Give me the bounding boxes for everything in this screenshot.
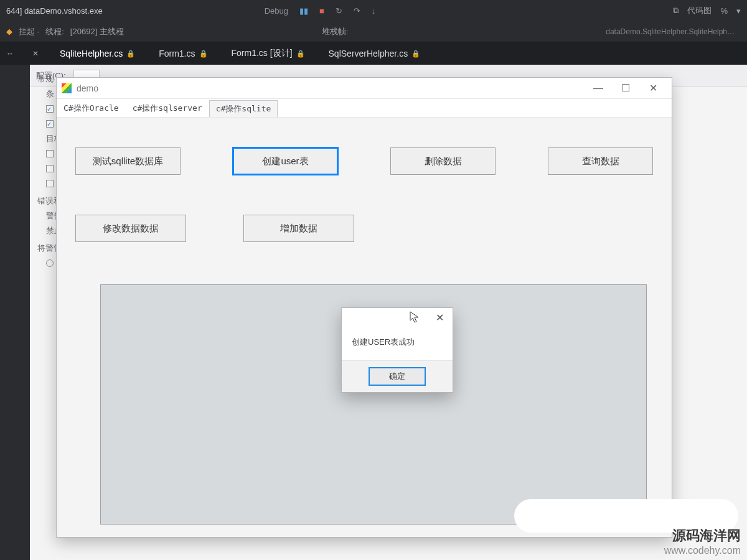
app-icon <box>62 83 72 93</box>
demo-tabs: C#操作Oracle c#操作sqlserver c#操作sqlite <box>57 99 672 118</box>
percent-icon[interactable]: % <box>720 6 728 16</box>
checkbox-icon[interactable] <box>46 180 54 187</box>
process-title: 644] dataDemo.vshost.exe <box>6 6 103 16</box>
tab-label: c#操作sqlite <box>216 104 271 113</box>
checkbox-icon[interactable] <box>46 150 54 157</box>
update-data-button[interactable]: 修改数据数据 <box>75 215 186 242</box>
tab-form1-design[interactable]: Form1.cs [设计] 🔒 <box>229 44 308 63</box>
demo-window-title: demo <box>77 83 98 93</box>
message-box-titlebar[interactable]: ✕ <box>342 308 453 327</box>
tab-sqlserver[interactable]: c#操作sqlserver <box>126 100 209 116</box>
document-tabs: ↔ ✕ SqliteHelpher.cs 🔒 Form1.cs 🔒 Form1.… <box>0 42 747 65</box>
watermark-line1: 源码海洋网 <box>664 526 741 545</box>
checkbox-icon[interactable] <box>46 165 54 172</box>
code-map-icon[interactable]: ⧉ <box>673 6 679 16</box>
watermark-line2: www.codehy.com <box>664 545 741 556</box>
query-data-button[interactable]: 查询数据 <box>548 147 653 175</box>
tab-form1[interactable]: Form1.cs 🔒 <box>156 45 210 62</box>
thread-label: 线程: <box>45 26 64 37</box>
message-box: ✕ 创建USER表成功 确定 <box>341 307 453 393</box>
debug-pause-icon[interactable]: ▮▮ <box>299 6 308 16</box>
vs-toolbar-secondary: ◆ 挂起 · 线程: [20692] 主线程 堆栈帧: dataDemo.Sql… <box>0 21 747 42</box>
tab-sqlitehelpher[interactable]: SqliteHelpher.cs 🔒 <box>57 45 138 62</box>
pin-icon[interactable]: 🔒 <box>296 50 305 58</box>
tab-close-icon[interactable]: ✕ <box>32 49 39 58</box>
pin-icon[interactable]: 🔒 <box>126 50 135 58</box>
code-map-label[interactable]: 代码图 <box>687 5 712 16</box>
tab-oracle[interactable]: C#操作Oracle <box>57 100 126 116</box>
message-box-ok-button[interactable]: 确定 <box>369 367 426 386</box>
debug-config-dropdown[interactable]: Debug <box>265 6 288 16</box>
test-sqlite-button[interactable]: 测试sqllite数据库 <box>75 147 181 175</box>
tab-label: SqliteHelpher.cs <box>60 49 123 58</box>
tab-label: SqlServerHelpher.cs <box>329 49 408 58</box>
suspend-label: 挂起 · <box>19 26 39 37</box>
tab-prev-icon[interactable]: ↔ <box>6 49 14 58</box>
debug-step-over-icon[interactable]: ↷ <box>354 6 360 16</box>
left-rail <box>0 65 30 560</box>
stackframe-label: 堆栈帧: <box>322 26 349 37</box>
debug-step-into-icon[interactable]: ↓ <box>372 6 376 16</box>
demo-window-titlebar[interactable]: demo — ☐ ✕ <box>57 78 672 99</box>
orange-marker-icon: ◆ <box>6 27 12 36</box>
thread-value[interactable]: [20692] 主线程 <box>70 26 124 37</box>
message-box-close-button[interactable]: ✕ <box>430 310 449 325</box>
chevron-down-icon[interactable]: ▾ <box>736 6 741 16</box>
checkbox-icon[interactable] <box>46 105 54 113</box>
debug-restart-icon[interactable]: ↻ <box>336 6 342 16</box>
pin-icon[interactable]: 🔒 <box>411 50 420 58</box>
create-user-table-button[interactable]: 创建user表 <box>233 147 338 175</box>
pin-icon[interactable]: 🔒 <box>199 50 208 58</box>
maximize-button[interactable]: ☐ <box>612 80 639 97</box>
debug-stop-icon[interactable]: ■ <box>319 6 324 16</box>
watermark: 源码海洋网 www.codehy.com <box>664 526 741 556</box>
tab-label: C#操作Oracle <box>63 103 119 113</box>
stackframe-breadcrumb[interactable]: dataDemo.SqliteHelpher.SqliteHelph… <box>606 27 735 36</box>
checkbox-icon[interactable] <box>46 120 54 128</box>
tab-label: Form1.cs [设计] <box>232 48 293 59</box>
tab-sqlite[interactable]: c#操作sqlite <box>209 100 278 117</box>
close-button[interactable]: ✕ <box>639 80 667 97</box>
tab-label: c#操作sqlserver <box>133 103 202 113</box>
vs-titlebar: 644] dataDemo.vshost.exe Debug ▮▮ ■ ↻ ↷ … <box>0 0 747 21</box>
tab-sqlserverhelpher[interactable]: SqlServerHelpher.cs 🔒 <box>326 45 423 62</box>
insert-data-button[interactable]: 增加数据 <box>243 215 354 242</box>
delete-data-button[interactable]: 删除数据 <box>390 147 496 175</box>
message-box-text: 创建USER表成功 <box>342 327 453 360</box>
minimize-button[interactable]: — <box>585 80 612 97</box>
tab-label: Form1.cs <box>159 49 195 58</box>
